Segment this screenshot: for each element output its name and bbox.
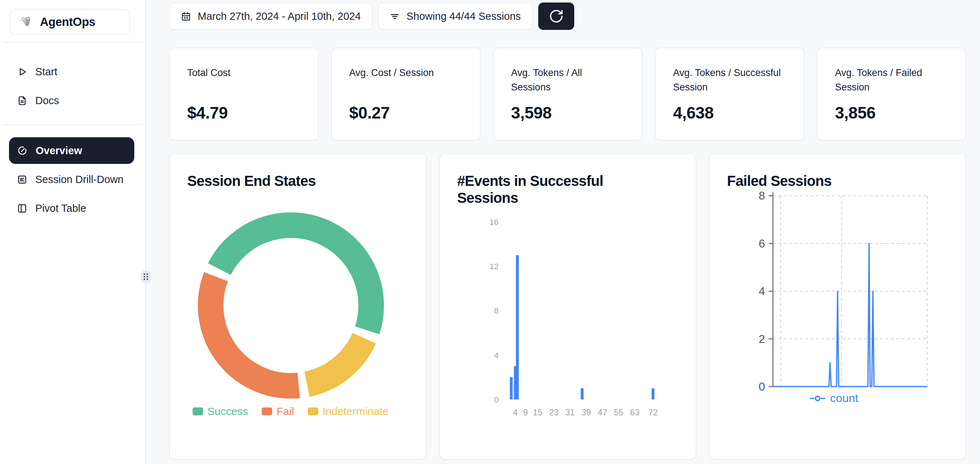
stat-card-avg-tokens-successful: Avg. Tokens / Successful Session 4,638 (655, 48, 804, 140)
gauge-icon (17, 145, 28, 156)
stat-card-avg-tokens-all: Avg. Tokens / All Sessions 3,598 (493, 48, 643, 140)
svg-text:15: 15 (533, 407, 542, 417)
legend-item-success[interactable]: Success (192, 405, 248, 418)
sidebar-item-label: Overview (36, 145, 82, 157)
charts-row: Session End States Success Fail Indeterm… (169, 153, 966, 460)
sidebar-item-label: Pivot Table (35, 203, 86, 214)
sidebar-resize-handle[interactable] (141, 271, 151, 282)
main-content: March 27th, 2024 - April 10th, 2024 Show… (146, 0, 980, 464)
svg-text:8: 8 (494, 306, 499, 315)
stat-cards-row: Total Cost $4.79 Avg. Cost / Session $0.… (169, 48, 966, 140)
svg-text:12: 12 (489, 261, 498, 271)
svg-text:2: 2 (759, 333, 765, 346)
legend-label: Indeterminate (323, 405, 388, 418)
stat-label: Total Cost (187, 65, 231, 80)
date-range-picker[interactable]: March 27th, 2024 - April 10th, 2024 (169, 3, 372, 30)
legend-item-indeterminate[interactable]: Indeterminate (308, 405, 388, 418)
legend-label: Success (207, 405, 248, 418)
sidebar-divider (3, 124, 142, 125)
stat-label: Avg. Cost / Session (349, 65, 434, 80)
pivot-icon (17, 203, 27, 214)
line-chart-legend[interactable]: count (744, 392, 924, 405)
failed-sessions-line-chart: 02468 (710, 154, 966, 459)
list-icon (17, 174, 27, 185)
stat-label: Avg. Tokens / All Sessions (511, 65, 623, 94)
sidebar-divider (3, 42, 142, 43)
sidebar-item-pivot-table[interactable]: Pivot Table (0, 195, 146, 221)
svg-text:47: 47 (598, 407, 608, 417)
stat-label: Avg. Tokens / Failed Session (835, 65, 947, 94)
stat-value: 3,598 (511, 103, 552, 123)
sidebar-item-label: Docs (35, 95, 59, 107)
refresh-icon (549, 9, 564, 24)
logo-text: AgentOps (40, 15, 95, 29)
count-series-icon (810, 395, 826, 402)
sidebar-item-start[interactable]: Start (0, 59, 146, 85)
svg-text:23: 23 (549, 407, 559, 417)
svg-text:16: 16 (489, 217, 498, 226)
legend-item-fail[interactable]: Fail (262, 405, 294, 418)
stat-value: 4,638 (673, 103, 714, 123)
svg-text:31: 31 (565, 407, 575, 417)
svg-text:4: 4 (759, 285, 765, 298)
stat-value: 3,856 (835, 103, 876, 123)
stat-label: Avg. Tokens / Successful Session (673, 65, 784, 94)
topbar: March 27th, 2024 - April 10th, 2024 Show… (169, 3, 966, 30)
donut-legend: Success Fail Indeterminate (185, 405, 397, 418)
success-swatch-icon (192, 407, 203, 415)
paperclip-logo-icon (19, 15, 33, 29)
logo[interactable]: AgentOps (10, 9, 130, 35)
date-range-text: March 27th, 2024 - April 10th, 2024 (198, 10, 361, 22)
stat-card-avg-cost-session: Avg. Cost / Session $0.27 (331, 48, 480, 140)
events-histogram-chart: 0481216491523313947556372 (440, 154, 696, 459)
sidebar-item-docs[interactable]: Docs (0, 88, 146, 113)
stat-card-avg-tokens-failed: Avg. Tokens / Failed Session 3,856 (817, 48, 966, 140)
svg-text:55: 55 (614, 407, 624, 417)
sidebar-item-overview[interactable]: Overview (9, 137, 134, 164)
svg-text:0: 0 (759, 380, 765, 393)
stat-value: $0.27 (349, 103, 390, 123)
svg-text:63: 63 (630, 407, 640, 417)
stat-value: $4.79 (187, 103, 228, 123)
play-icon (17, 67, 27, 77)
svg-text:4: 4 (494, 351, 499, 360)
svg-text:8: 8 (759, 189, 765, 202)
sessions-filter-text: Showing 44/44 Sessions (406, 10, 521, 22)
sidebar-item-session-drill-down[interactable]: Session Drill-Down (0, 166, 146, 192)
svg-text:6: 6 (759, 237, 765, 250)
legend-label: Fail (277, 405, 294, 418)
filter-icon (390, 11, 399, 21)
sessions-filter[interactable]: Showing 44/44 Sessions (378, 3, 533, 30)
chart-title: Session End States (187, 172, 316, 190)
svg-text:39: 39 (581, 407, 591, 417)
fail-swatch-icon (262, 407, 272, 415)
docs-icon (17, 96, 27, 106)
refresh-button[interactable] (538, 3, 574, 30)
agentops-dashboard: AgentOps Start Docs Overview (0, 0, 980, 464)
sidebar-item-label: Session Drill-Down (35, 174, 124, 185)
calendar-icon (181, 11, 191, 21)
session-end-states-card: Session End States Success Fail Indeterm… (169, 153, 426, 460)
sidebar-item-label: Start (35, 66, 57, 78)
stat-card-total-cost: Total Cost $4.79 (169, 48, 319, 140)
count-legend-label: count (830, 392, 858, 405)
sidebar: AgentOps Start Docs Overview (0, 0, 146, 464)
svg-text:4: 4 (513, 407, 517, 417)
indeterminate-swatch-icon (308, 407, 318, 415)
svg-text:72: 72 (648, 407, 658, 417)
failed-sessions-card: Failed Sessions 02468 count (709, 153, 966, 460)
svg-text:0: 0 (494, 395, 499, 404)
events-in-successful-sessions-card: #Events in Successful Sessions 048121649… (439, 153, 697, 460)
session-end-states-donut-chart (197, 212, 385, 399)
svg-text:9: 9 (523, 407, 528, 417)
